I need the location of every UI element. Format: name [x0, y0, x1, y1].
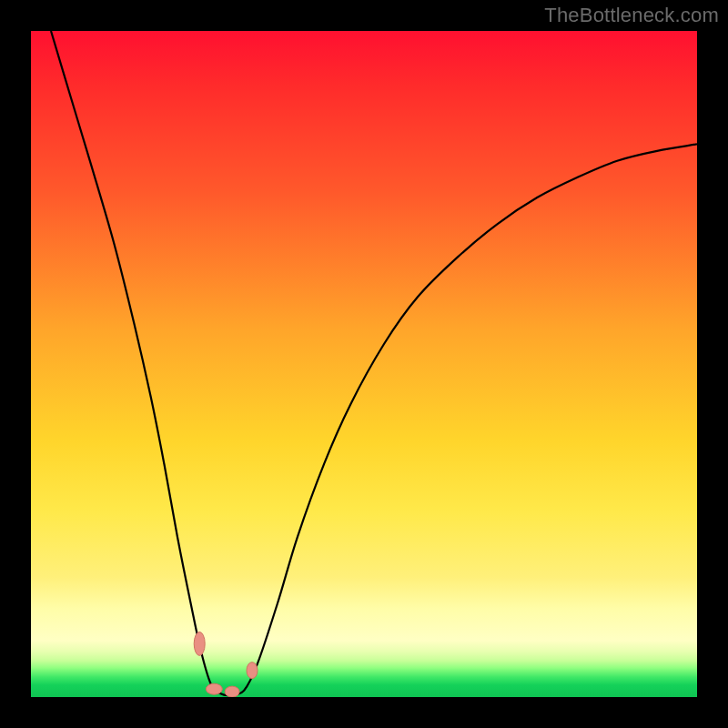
bottleneck-curve	[31, 31, 697, 697]
marker	[194, 632, 205, 655]
watermark-text: TheBottleneck.com	[544, 4, 719, 27]
marker	[225, 686, 239, 697]
chart-frame: TheBottleneck.com	[0, 0, 728, 728]
marker	[247, 662, 258, 679]
plot-area	[31, 31, 697, 697]
marker	[206, 683, 222, 694]
